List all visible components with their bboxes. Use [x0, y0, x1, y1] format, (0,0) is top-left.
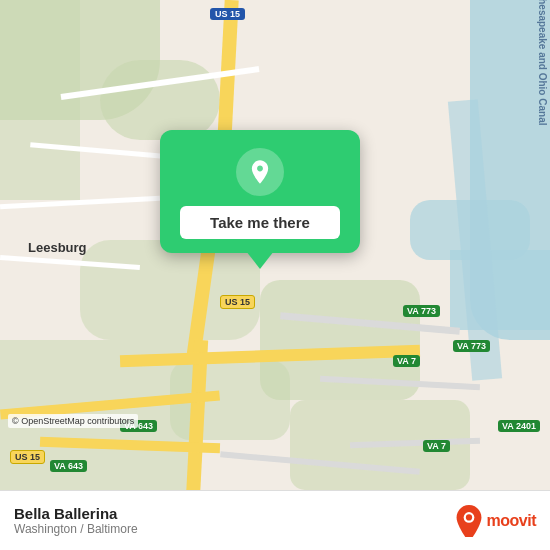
moovit-text: moovit — [487, 512, 536, 530]
canal-label: Chesapeake and Ohio Canal — [537, 0, 548, 126]
location-region: Washington / Baltimore — [14, 522, 455, 536]
pin-icon — [236, 148, 284, 196]
location-info: Bella Ballerina Washington / Baltimore — [14, 505, 455, 536]
svg-point-1 — [465, 514, 471, 520]
us15-bot-label: US 15 — [10, 450, 45, 464]
va7-1-label: VA 7 — [393, 355, 420, 367]
moovit-pin-icon — [455, 505, 483, 537]
location-pin-svg — [246, 158, 274, 186]
va773-2-label: VA 773 — [453, 340, 490, 352]
popup-card: Take me there — [160, 130, 360, 253]
va643-2-label: VA 643 — [50, 460, 87, 472]
va773-1-label: VA 773 — [403, 305, 440, 317]
map-container: US 15 US 15 US 15 VA 773 VA 773 VA 643 V… — [0, 0, 550, 490]
osm-credit: © OpenStreetMap contributors — [8, 414, 138, 428]
location-name: Bella Ballerina — [14, 505, 455, 522]
bottom-bar: Bella Ballerina Washington / Baltimore m… — [0, 490, 550, 550]
take-me-there-button[interactable]: Take me there — [180, 206, 340, 239]
va2401-label: VA 2401 — [498, 420, 540, 432]
moovit-logo: moovit — [455, 505, 536, 537]
us15-mid-label: US 15 — [220, 295, 255, 309]
us15-top-label: US 15 — [210, 8, 245, 20]
va7-2-label: VA 7 — [423, 440, 450, 452]
leesburg-city-label: Leesburg — [28, 240, 87, 255]
